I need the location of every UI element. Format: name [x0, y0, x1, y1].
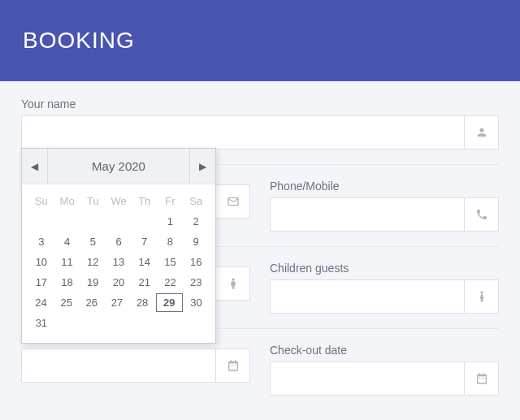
phone-label: Phone/Mobile: [270, 180, 499, 193]
weekday-label: Mo: [54, 191, 80, 211]
page-header: BOOKING: [0, 0, 520, 81]
calendar-icon: [464, 362, 498, 395]
phone-input[interactable]: [271, 198, 464, 231]
male-icon: [215, 267, 249, 300]
checkin-field: [21, 349, 250, 383]
day-cell[interactable]: 13: [106, 252, 132, 272]
day-cell[interactable]: 4: [54, 232, 80, 252]
checkout-field: [270, 362, 499, 396]
phone-field: [270, 197, 499, 232]
day-cell[interactable]: 30: [184, 292, 209, 313]
day-cell: [106, 313, 132, 333]
day-cell[interactable]: 20: [106, 272, 132, 292]
day-cell[interactable]: 9: [183, 232, 209, 252]
day-cell[interactable]: 8: [158, 232, 184, 252]
weekday-label: Fr: [158, 191, 184, 211]
datepicker-grid: SuMoTuWeThFrSa 1234567891011121314151617…: [22, 184, 215, 343]
weekday-label: Tu: [80, 191, 106, 211]
day-cell[interactable]: 18: [54, 272, 80, 292]
day-cell[interactable]: 2: [183, 211, 209, 232]
day-cell[interactable]: 11: [54, 252, 80, 272]
checkout-label: Check-out date: [270, 344, 499, 357]
person-icon: [464, 116, 498, 149]
day-cell[interactable]: 19: [80, 272, 106, 292]
datepicker-header: ◀ May 2020 ▶: [22, 149, 215, 184]
day-cell[interactable]: 12: [80, 252, 106, 272]
day-cell[interactable]: 10: [28, 252, 54, 272]
day-cell[interactable]: 16: [183, 252, 209, 272]
day-cell[interactable]: 31: [28, 313, 54, 333]
day-cell: [132, 313, 158, 333]
day-cell[interactable]: 5: [80, 232, 106, 252]
datepicker-popup: ◀ May 2020 ▶ SuMoTuWeThFrSa 123456789101…: [21, 148, 216, 344]
day-cell[interactable]: 24: [28, 292, 54, 313]
children-label: Children guests: [270, 262, 499, 275]
day-cell: [54, 313, 80, 333]
day-cell[interactable]: 27: [104, 292, 129, 313]
name-input[interactable]: [22, 116, 464, 149]
day-cell[interactable]: 25: [54, 292, 79, 313]
weekday-label: We: [106, 191, 132, 211]
name-label: Your name: [21, 97, 499, 110]
day-cell[interactable]: 22: [158, 272, 184, 292]
name-field: [21, 115, 499, 149]
envelope-icon: [215, 185, 249, 218]
day-cell: [80, 313, 106, 333]
day-cell[interactable]: 29: [156, 293, 183, 312]
day-cell[interactable]: 15: [158, 252, 184, 272]
day-cell[interactable]: 23: [183, 272, 209, 292]
children-input[interactable]: [271, 280, 464, 313]
phone-icon: [464, 198, 498, 231]
day-cell[interactable]: 6: [106, 232, 132, 252]
day-cell[interactable]: 28: [130, 292, 155, 313]
day-cell: [183, 313, 209, 333]
day-cell[interactable]: 3: [28, 232, 54, 252]
day-cell[interactable]: 26: [79, 292, 104, 313]
checkout-input[interactable]: [271, 362, 464, 395]
day-cell: [54, 211, 80, 232]
next-month-button[interactable]: ▶: [189, 149, 215, 184]
prev-month-button[interactable]: ◀: [22, 149, 48, 184]
calendar-icon: [215, 349, 249, 382]
weekday-label: Sa: [183, 191, 209, 211]
day-cell[interactable]: 21: [132, 272, 158, 292]
female-icon: [464, 280, 498, 313]
day-cell: [28, 211, 54, 232]
day-cell: [106, 211, 132, 232]
children-field: [270, 279, 499, 314]
day-cell: [80, 211, 106, 232]
day-cell[interactable]: 1: [158, 211, 184, 232]
day-cell[interactable]: 7: [132, 232, 158, 252]
day-cell: [132, 211, 158, 232]
weekday-label: Th: [132, 191, 158, 211]
datepicker-title[interactable]: May 2020: [48, 149, 189, 184]
page-title: BOOKING: [23, 28, 497, 54]
weekday-label: Su: [28, 191, 54, 211]
checkin-input[interactable]: [22, 349, 215, 382]
day-cell: [158, 313, 184, 333]
day-cell[interactable]: 17: [28, 272, 54, 292]
day-cell[interactable]: 14: [132, 252, 158, 272]
